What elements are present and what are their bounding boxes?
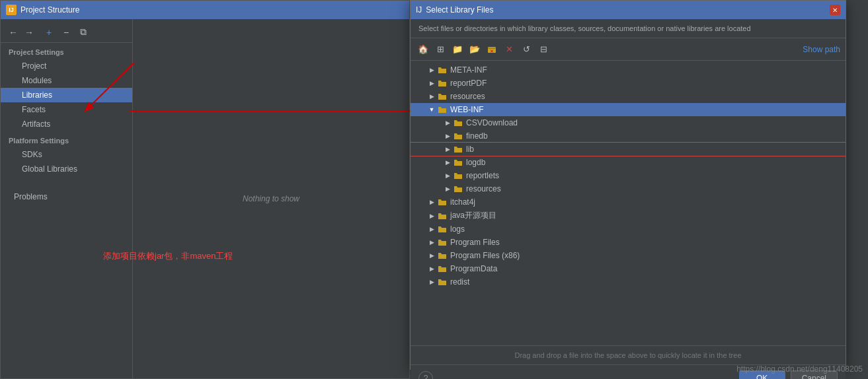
sidebar-item-sdks[interactable]: SDKs <box>1 147 132 162</box>
tree-arrow: ▶ <box>426 197 437 207</box>
dialog-description: Select files or directories in which lib… <box>411 19 846 38</box>
tree-item-label: Program Files <box>450 238 500 247</box>
tree-arrow: ▶ <box>426 78 437 88</box>
folder-icon <box>453 157 463 168</box>
grid2-icon-button[interactable]: ⊟ <box>536 42 551 57</box>
dialog-titlebar-left: IJ Select Library Files <box>416 5 493 15</box>
tree-item-web-inf[interactable]: ▼ WEB-INF <box>411 103 846 116</box>
folder-icon <box>453 184 463 194</box>
tree-item-label: redist <box>450 277 469 287</box>
folder-icon <box>453 131 463 141</box>
folder-icon-button[interactable]: 📁 <box>450 42 465 57</box>
delete-icon-button[interactable]: ✕ <box>502 42 516 57</box>
tree-item-label: WEB-INF <box>450 105 484 114</box>
tree-item-reportpdf[interactable]: ▶ reportPDF <box>411 77 846 90</box>
tree-item-label: CSVDownload <box>466 118 518 127</box>
dialog-close-button[interactable]: ✕ <box>830 5 840 15</box>
tree-item-meta-inf[interactable]: ▶ META-INF <box>411 63 846 77</box>
tree-item-label: java开源项目 <box>450 210 496 221</box>
ps-toolbar: ← → + − ⧉ <box>1 22 132 43</box>
tree-item-label: itchat4j <box>450 197 475 207</box>
tree-arrow: ▶ <box>442 184 453 194</box>
tree-item-programdata[interactable]: ▶ ProgramData <box>411 262 846 275</box>
project-settings-label: Project Settings <box>1 43 132 59</box>
drag-hint: Drag and drop a file into the space abov… <box>411 345 846 364</box>
file-tree[interactable]: ▶ META-INF ▶ reportPDF ▶ resources <box>411 61 846 345</box>
tree-arrow: ▶ <box>442 144 453 155</box>
dialog-body: ▶ META-INF ▶ reportPDF ▶ resources <box>411 61 846 364</box>
folder-icon <box>453 118 463 128</box>
folder-icon <box>437 78 448 88</box>
tree-item-reportlets[interactable]: ▶ reportlets <box>411 169 846 182</box>
tree-item-itchat4j[interactable]: ▶ itchat4j <box>411 195 846 209</box>
remove-button[interactable]: − <box>59 25 73 40</box>
platform-settings-label: Platform Settings <box>1 131 132 147</box>
intellij-logo-icon: IJ <box>6 5 17 15</box>
tree-item-finedb[interactable]: ▶ finedb <box>411 129 846 143</box>
tree-item-resources-top[interactable]: ▶ resources <box>411 90 846 103</box>
tree-arrow: ▶ <box>426 65 437 75</box>
show-path-link[interactable]: Show path <box>803 45 840 54</box>
tree-arrow: ▶ <box>442 157 453 168</box>
tree-arrow: ▶ <box>426 224 437 234</box>
dialog-title: Select Library Files <box>426 5 493 15</box>
nav-arrows: ← → <box>6 25 36 40</box>
forward-button[interactable]: → <box>22 25 36 40</box>
refresh-icon-button[interactable]: ↺ <box>519 42 533 57</box>
ps-sidebar: ← → + − ⧉ Project Settings Project Modul… <box>1 19 133 378</box>
tree-item-label: lib <box>466 145 474 154</box>
back-button[interactable]: ← <box>6 25 20 40</box>
tree-item-label: logs <box>450 224 465 234</box>
nothing-to-show-text: Nothing to show <box>243 194 299 203</box>
tree-arrow: ▶ <box>426 91 437 102</box>
folder-icon <box>437 224 448 234</box>
dialog-intellij-icon: IJ <box>416 5 422 15</box>
folder-icon <box>437 65 448 75</box>
tree-arrow: ▼ <box>426 104 437 115</box>
new-folder-icon-button[interactable]: 📂 <box>467 42 482 57</box>
tree-item-label: ProgramData <box>450 264 497 273</box>
folder-icon <box>453 144 463 155</box>
svg-text:✕: ✕ <box>490 49 494 53</box>
sidebar-item-problems[interactable]: Problems <box>1 190 132 204</box>
tree-item-logdb[interactable]: ▶ logdb <box>411 156 846 169</box>
tree-item-label: META-INF <box>450 65 487 75</box>
tree-item-redist[interactable]: ▶ redist <box>411 275 846 289</box>
tree-item-resources-sub[interactable]: ▶ resources <box>411 182 846 195</box>
tree-item-program-files[interactable]: ▶ Program Files <box>411 236 846 249</box>
copy-button[interactable]: ⧉ <box>76 25 91 40</box>
folder-x-icon-button[interactable]: ✕ <box>485 42 499 57</box>
help-button[interactable]: ? <box>418 371 433 379</box>
project-structure-window: IJ Project Structure ← → + − ⧉ Project S… <box>0 0 410 379</box>
folder-icon <box>437 237 448 248</box>
tree-item-program-files-x86[interactable]: ▶ Program Files (x86) <box>411 249 846 262</box>
add-button[interactable]: + <box>42 25 56 40</box>
sidebar-item-facets[interactable]: Facets <box>1 102 132 117</box>
project-structure-title: Project Structure <box>20 5 79 15</box>
tree-item-label: resources <box>450 92 485 101</box>
tree-item-label: finedb <box>466 131 488 141</box>
tree-item-label: resources <box>466 184 501 193</box>
sidebar-item-global-libraries[interactable]: Global Libraries <box>1 162 132 176</box>
tree-arrow: ▶ <box>442 170 453 181</box>
sidebar-item-artifacts[interactable]: Artifacts <box>1 117 132 131</box>
tree-item-java-opensource[interactable]: ▶ java开源项目 <box>411 209 846 223</box>
watermark-text: https://blog.csdn.net/deng11408205 <box>736 364 863 374</box>
sidebar-item-project[interactable]: Project <box>1 59 132 73</box>
tree-item-label: reportlets <box>466 171 499 180</box>
folder-icon <box>437 250 448 261</box>
folder-icon <box>437 104 448 115</box>
sidebar-item-libraries[interactable]: Libraries <box>1 88 132 102</box>
tree-item-csvdownload[interactable]: ▶ CSVDownload <box>411 116 846 129</box>
folder-icon <box>437 277 448 287</box>
tree-item-lib[interactable]: ▶ lib <box>411 143 846 156</box>
folder-icon <box>437 211 448 221</box>
folder-icon <box>453 170 463 181</box>
sidebar-item-modules[interactable]: Modules <box>1 73 132 88</box>
tree-arrow: ▶ <box>442 118 453 128</box>
project-structure-titlebar: IJ Project Structure <box>1 1 409 19</box>
tree-arrow: ▶ <box>426 277 437 287</box>
tree-item-logs[interactable]: ▶ logs <box>411 223 846 236</box>
grid-icon-button[interactable]: ⊞ <box>433 42 448 57</box>
home-icon-button[interactable]: 🏠 <box>416 42 430 57</box>
